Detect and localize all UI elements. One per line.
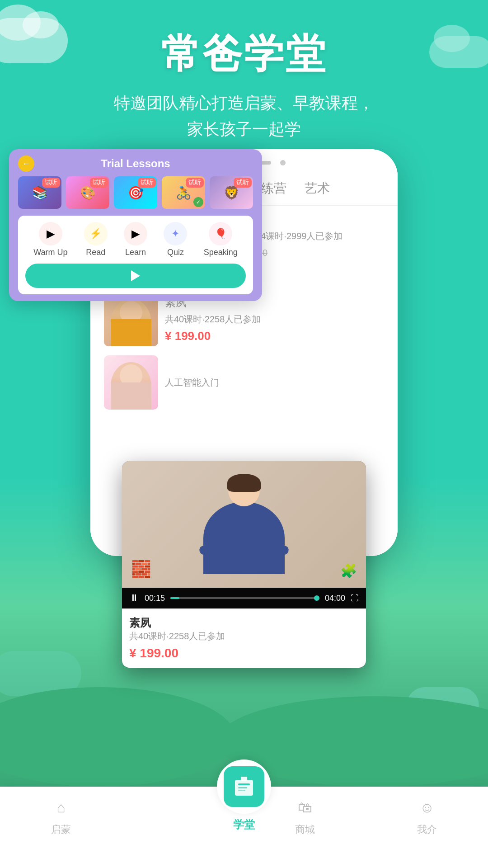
svg-rect-4 [241, 777, 247, 781]
video-time-total: 04:00 [325, 594, 345, 603]
trial-badge-5: 试听 [234, 178, 252, 188]
back-arrow-icon: ← [22, 159, 30, 169]
video-progress-fill [170, 597, 179, 599]
video-price: ¥ 199.00 [129, 646, 359, 660]
svg-rect-3 [238, 790, 245, 791]
nav-shop-label: 商城 [295, 823, 315, 836]
warmup-icon: ▶ [47, 227, 55, 240]
nav-center-label: 学堂 [233, 817, 255, 832]
read-icon-circle: ⚡ [84, 222, 108, 245]
trial-thumb-4[interactable]: 🚴 试听 ✓ [162, 176, 205, 209]
subtitle-line2: 家长孩子一起学 [187, 120, 301, 138]
video-screen: ⤴ 🧱 🧩 盒盒手摊 [122, 461, 366, 588]
bottom-nav: ⌂ 启蒙 学堂 🛍 商城 ☺ 我介 [0, 787, 488, 868]
shop-icon: 🛍 [293, 796, 317, 819]
nav-home-label: 启蒙 [51, 823, 71, 836]
nav-item-shop[interactable]: 🛍 商城 [293, 796, 317, 836]
video-progress-bar[interactable] [170, 597, 319, 599]
video-toys-right: 🧩 [340, 563, 357, 579]
video-pause-button[interactable]: ⏸ [129, 592, 139, 604]
learn-icon: ▶ [131, 227, 140, 240]
nav-center-circle [217, 760, 271, 814]
teacher2-info: 人工智能入门 [165, 377, 384, 389]
trial-badge-3: 试听 [138, 178, 156, 188]
trial-icon-learn[interactable]: ▶ Learn [124, 222, 147, 257]
nav-profile-label: 我介 [417, 823, 437, 836]
learn-label: Learn [125, 248, 146, 257]
nav-center-xuetang[interactable]: 学堂 [217, 760, 271, 832]
video-time-current: 00:15 [145, 594, 165, 603]
teacher1-meta: 共40课时·2258人已参加 [165, 313, 384, 326]
speaking-icon: 🎈 [215, 228, 227, 240]
quiz-label: Quiz [167, 248, 184, 257]
video-fullscreen-button[interactable]: ⛶ [351, 594, 359, 603]
notch-dot-right [280, 160, 286, 165]
teacher2-card[interactable]: 人工智能入门 [104, 355, 384, 410]
profile-icon: ☺ [415, 796, 439, 819]
video-popup: ⤴ 🧱 🧩 盒盒手摊 ⏸ 00:15 [122, 461, 366, 668]
trial-badge-4: 试听 [186, 178, 204, 188]
teacher1-info: 素夙 共40课时·2258人已参加 ¥ 199.00 [165, 295, 384, 343]
trial-thumbnails: 📚 试听 🎨 试听 🎯 试听 🚴 试听 ✓ [18, 176, 253, 209]
trial-icon-read[interactable]: ⚡ Read [84, 222, 108, 257]
teacher2-photo [104, 355, 158, 410]
title-area: 常爸学堂 特邀团队精心打造启蒙、早教课程， 家长孩子一起学 [0, 27, 488, 142]
trial-popup: ← Trial Lessons 📚 试听 🎨 试听 🎯 试听 [9, 149, 262, 301]
trial-icon-speaking[interactable]: 🎈 Speaking [204, 222, 238, 257]
trial-badge-2: 试听 [90, 178, 108, 188]
trial-thumb-4-check: ✓ [193, 197, 203, 207]
pause-icon: ⏸ [129, 592, 139, 604]
play-triangle-icon [131, 270, 140, 281]
quiz-icon: ✦ [171, 228, 179, 240]
video-course-meta: 共40课时·2258人已参加 [129, 630, 359, 642]
quiz-icon-circle: ✦ [164, 222, 187, 245]
teacher1-price: ¥ 199.00 [165, 329, 384, 343]
video-controls: ⏸ 00:15 04:00 ⛶ [122, 588, 366, 609]
warmup-icon-circle: ▶ [39, 222, 62, 245]
trial-thumb-3[interactable]: 🎯 试听 [114, 176, 157, 209]
trial-badge-1: 试听 [42, 178, 60, 188]
tab-art[interactable]: 艺术 [305, 176, 330, 201]
video-teacher-name: 素夙 [129, 616, 359, 630]
video-progress-dot [314, 595, 319, 601]
trial-bottom: ▶ Warm Up ⚡ Read ▶ Learn ✦ [18, 216, 253, 294]
trial-icons-row: ▶ Warm Up ⚡ Read ▶ Learn ✦ [25, 222, 246, 257]
warmup-label: Warm Up [33, 248, 67, 257]
nav-item-profile[interactable]: ☺ 我介 [415, 796, 439, 836]
teacher2-name: 人工智能入门 [165, 377, 384, 389]
trial-title: Trial Lessons [101, 157, 170, 170]
xuetang-icon [224, 766, 264, 807]
trial-icon-warmup[interactable]: ▶ Warm Up [33, 222, 67, 257]
trial-back-button[interactable]: ← [18, 156, 34, 172]
trial-play-button[interactable] [25, 264, 246, 288]
trial-thumb-5[interactable]: 🦁 试听 [210, 176, 253, 209]
app-subtitle: 特邀团队精心打造启蒙、早教课程， 家长孩子一起学 [0, 90, 488, 142]
speaking-label: Speaking [204, 248, 238, 257]
read-icon: ⚡ [89, 228, 102, 240]
video-toys-left: 🧱 [131, 560, 151, 579]
trial-thumb-2[interactable]: 🎨 试听 [66, 176, 109, 209]
hill-left [0, 687, 235, 787]
trial-header: ← Trial Lessons [18, 157, 253, 170]
subtitle-line1: 特邀团队精心打造启蒙、早教课程， [114, 94, 374, 112]
app-title: 常爸学堂 [0, 27, 488, 81]
svg-rect-2 [238, 787, 247, 788]
svg-rect-1 [238, 783, 250, 785]
trial-thumb-1[interactable]: 📚 试听 [18, 176, 61, 209]
nav-item-home[interactable]: ⌂ 启蒙 [49, 796, 73, 836]
home-icon: ⌂ [49, 796, 73, 819]
learn-icon-circle: ▶ [124, 222, 147, 245]
video-info: 素夙 共40课时·2258人已参加 ¥ 199.00 [122, 609, 366, 668]
trial-icon-quiz[interactable]: ✦ Quiz [164, 222, 187, 257]
read-label: Read [86, 248, 105, 257]
speaking-icon-circle: 🎈 [209, 222, 232, 245]
